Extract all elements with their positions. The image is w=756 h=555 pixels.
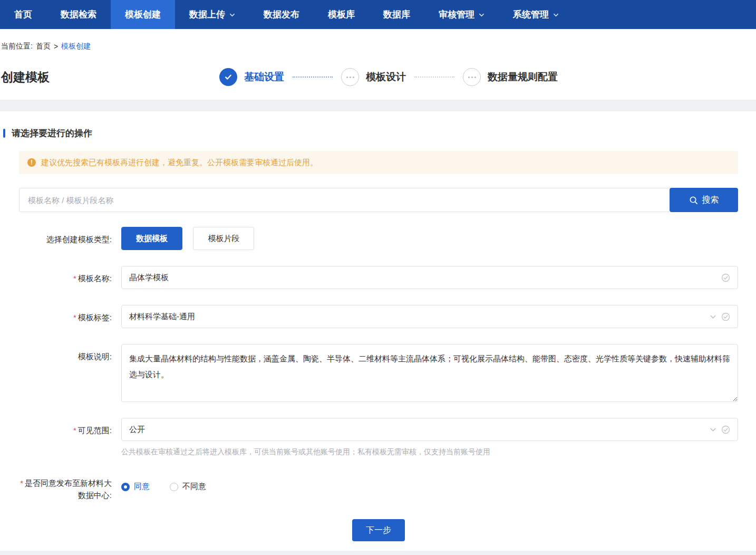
step-basic-settings: 基础设置: [219, 68, 284, 86]
required-asterisk: *: [20, 479, 23, 487]
step-label: 模板设计: [366, 70, 406, 84]
required-asterisk: *: [73, 426, 76, 435]
page-header: 创建模板 基础设置 模板设计 数据量规则配置: [0, 51, 756, 100]
top-navbar: 首页 数据检索 模板创建 数据上传 数据发布 模板库 数据库 审核管理 系统管理: [0, 0, 756, 29]
template-type-options: 数据模板 模板片段: [121, 227, 738, 250]
visibility-value[interactable]: [129, 425, 710, 434]
nav-item-label: 模板库: [328, 8, 355, 21]
notice-text: 建议优先搜索已有模板再进行创建，避免重复。公开模板需要审核通过后使用。: [41, 158, 318, 168]
radio-icon: [121, 483, 130, 491]
visibility-label: *可见范围:: [19, 418, 112, 457]
radio-disagree[interactable]: 不同意: [170, 482, 206, 492]
visibility-select[interactable]: [121, 418, 738, 441]
circle-check-icon: [721, 312, 730, 321]
nav-item-label: 首页: [14, 8, 32, 21]
nav-item-label: 数据库: [383, 8, 410, 21]
template-description-textarea[interactable]: 集成大量晶体材料的结构与性能数据，涵盖金属、陶瓷、半导体、二维材料等主流晶体体系…: [121, 344, 738, 402]
step-label: 数据量规则配置: [488, 70, 558, 84]
template-description-label: 模板说明:: [19, 344, 112, 402]
nav-item-data-upload[interactable]: 数据上传: [175, 0, 249, 29]
search-icon: [689, 196, 698, 205]
breadcrumb: 当前位置: 首页 > 模板创建: [0, 29, 756, 51]
chevron-down-icon: [553, 12, 559, 18]
nav-item-database[interactable]: 数据库: [369, 0, 424, 29]
type-button-data-template[interactable]: 数据模板: [121, 227, 182, 250]
step-data-rules-config: 数据量规则配置: [463, 68, 558, 86]
breadcrumb-separator: >: [54, 42, 58, 51]
search-button[interactable]: 搜索: [670, 188, 738, 212]
visibility-hint: 公共模板在审核通过之后将进入模板库，可供当前账号或其他账号使用；私有模板无需审核…: [121, 447, 738, 457]
radio-agree[interactable]: 同意: [121, 482, 150, 492]
nav-item-label: 模板创建: [125, 8, 161, 21]
divider-band: [0, 100, 756, 111]
breadcrumb-home-link[interactable]: 首页: [36, 42, 51, 51]
ellipsis-icon: [341, 68, 359, 86]
form-row-template-name: *模板名称:: [19, 266, 738, 289]
template-tag-select[interactable]: [121, 305, 738, 328]
chevron-down-icon[interactable]: [710, 426, 716, 433]
nav-item-label: 数据检索: [61, 8, 96, 21]
nav-item-template-create[interactable]: 模板创建: [111, 0, 175, 29]
nav-item-template-library[interactable]: 模板库: [314, 0, 369, 29]
chevron-down-icon[interactable]: [710, 313, 716, 320]
template-tag-label: *模板标签:: [19, 305, 112, 328]
nav-item-data-search[interactable]: 数据检索: [46, 0, 111, 29]
circle-check-icon: [721, 273, 730, 282]
template-name-field-box: [121, 266, 738, 289]
circle-check-icon: [721, 425, 730, 434]
radio-disagree-label: 不同意: [182, 482, 206, 492]
radio-icon: [170, 483, 178, 491]
bottom-strip: [0, 551, 756, 555]
nav-item-data-publish[interactable]: 数据发布: [249, 0, 314, 29]
nav-item-label: 审核管理: [439, 8, 474, 21]
chevron-down-icon: [229, 12, 235, 18]
step-connector: [414, 76, 454, 78]
nav-item-home[interactable]: 首页: [0, 0, 46, 29]
breadcrumb-prefix: 当前位置:: [1, 42, 33, 51]
template-name-input[interactable]: [129, 273, 721, 282]
section-title-text: 请选择要进行的操作: [12, 127, 92, 139]
publish-agreement-radio-group: 同意 不同意: [121, 475, 738, 492]
required-asterisk: *: [73, 274, 76, 283]
next-step-button[interactable]: 下一步: [352, 519, 405, 541]
form-row-visibility: *可见范围: 公共模板在审核通过之后将进入模板库，可供当前账号或其他账号使用；私…: [19, 418, 738, 457]
nav-item-label: 数据发布: [264, 8, 299, 21]
chevron-down-icon: [479, 12, 484, 18]
form-row-publish-agreement: *是否同意发布至新材料大数据中心: 同意 不同意: [19, 475, 738, 501]
step-connector: [293, 76, 333, 78]
form-row-template-description: 模板说明: 集成大量晶体材料的结构与性能数据，涵盖金属、陶瓷、半导体、二维材料等…: [19, 344, 738, 402]
page-title: 创建模板: [1, 69, 50, 85]
stepper: 基础设置 模板设计 数据量规则配置: [219, 68, 558, 86]
check-icon: [219, 68, 237, 86]
form-panel: ! 建议优先搜索已有模板再进行创建，避免重复。公开模板需要审核通过后使用。 搜索…: [0, 151, 756, 541]
search-input[interactable]: [19, 188, 670, 212]
accent-bar: [3, 129, 5, 138]
step-label: 基础设置: [244, 70, 284, 84]
required-asterisk: *: [73, 313, 76, 322]
nav-item-label: 数据上传: [189, 8, 225, 21]
publish-agreement-label: *是否同意发布至新材料大数据中心:: [19, 475, 112, 501]
radio-agree-label: 同意: [134, 482, 150, 492]
nav-item-system-management[interactable]: 系统管理: [499, 0, 573, 29]
section-title: 请选择要进行的操作: [0, 127, 756, 139]
template-tag-value[interactable]: [129, 312, 710, 321]
step-template-design: 模板设计: [341, 68, 406, 86]
nav-item-audit-management[interactable]: 审核管理: [424, 0, 499, 29]
next-button-row: 下一步: [19, 519, 738, 541]
type-button-template-fragment[interactable]: 模板片段: [193, 227, 254, 250]
search-button-label: 搜索: [702, 195, 719, 206]
warning-icon: !: [27, 158, 36, 167]
form-row-template-type: 选择创建模板类型: 数据模板 模板片段: [19, 227, 738, 250]
breadcrumb-current: 模板创建: [61, 42, 91, 51]
notice-banner: ! 建议优先搜索已有模板再进行创建，避免重复。公开模板需要审核通过后使用。: [19, 151, 738, 174]
template-type-label: 选择创建模板类型:: [19, 227, 112, 250]
nav-item-label: 系统管理: [513, 8, 549, 21]
ellipsis-icon: [463, 68, 481, 86]
form-row-template-tag: *模板标签:: [19, 305, 738, 328]
template-name-label: *模板名称:: [19, 266, 112, 289]
search-bar: 搜索: [19, 188, 738, 212]
